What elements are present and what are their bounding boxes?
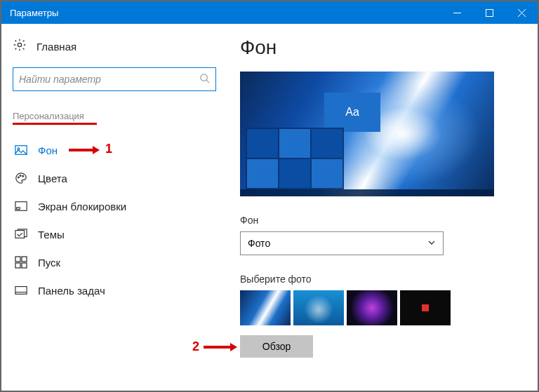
annotation-arrow-2	[204, 346, 232, 349]
svg-rect-15	[15, 257, 20, 262]
search-box[interactable]	[13, 67, 216, 91]
annotation-number-1: 1	[105, 142, 112, 156]
lockscreen-icon	[14, 200, 28, 212]
minimize-button[interactable]	[441, 1, 473, 24]
sidebar-item-label: Пуск	[38, 257, 60, 269]
category-label: Персонализация	[13, 111, 215, 121]
photo-thumb-1[interactable]	[240, 290, 291, 325]
page-title: Фон	[240, 36, 517, 59]
sidebar-item-label: Панель задач	[38, 285, 105, 297]
gear-icon	[13, 38, 27, 55]
sidebar: Главная Персонализация Фон 1	[1, 24, 226, 391]
photo-thumb-2[interactable]	[293, 290, 344, 325]
annotation-underline	[13, 123, 97, 125]
sidebar-item-start[interactable]: Пуск	[13, 248, 215, 276]
photo-thumb-4[interactable]	[400, 290, 451, 325]
sidebar-item-taskbar[interactable]: Панель задач	[13, 276, 215, 304]
svg-rect-13	[17, 208, 20, 210]
window-controls	[441, 1, 538, 24]
start-icon	[14, 256, 28, 269]
settings-window: Параметры Главная	[0, 0, 539, 392]
sidebar-item-label: Экран блокировки	[38, 201, 126, 212]
sidebar-item-background[interactable]: Фон 1	[13, 136, 215, 164]
sidebar-item-label: Темы	[38, 229, 65, 241]
annotation-arrow-1	[69, 149, 94, 151]
annotation-number-2: 2	[192, 339, 199, 354]
maximize-button[interactable]	[473, 1, 505, 24]
svg-rect-18	[22, 263, 27, 268]
home-nav[interactable]: Главная	[13, 38, 215, 55]
background-type-dropdown[interactable]: Фото	[240, 231, 444, 255]
dropdown-value: Фото	[248, 238, 270, 249]
desktop-preview: Aa	[240, 72, 494, 196]
taskbar-icon	[14, 284, 28, 297]
sidebar-item-colors[interactable]: Цвета	[13, 164, 215, 192]
titlebar: Параметры	[1, 1, 538, 24]
svg-point-11	[22, 175, 24, 177]
chevron-down-icon	[427, 237, 436, 250]
main-panel: Фон Aa Фон Фото Выберите фото	[226, 24, 538, 391]
svg-rect-1	[486, 9, 493, 16]
svg-line-6	[206, 80, 209, 83]
svg-rect-16	[22, 257, 27, 262]
search-icon	[199, 73, 210, 86]
preview-sample-window: Aa	[324, 93, 380, 132]
sidebar-item-lockscreen[interactable]: Экран блокировки	[13, 192, 215, 220]
svg-rect-17	[15, 263, 20, 268]
sidebar-item-label: Фон	[38, 144, 58, 156]
photo-thumb-3[interactable]	[347, 290, 397, 325]
browse-button[interactable]: Обзор	[240, 335, 313, 358]
close-button[interactable]	[505, 1, 538, 24]
svg-rect-19	[15, 287, 27, 295]
themes-icon	[14, 228, 28, 241]
svg-point-10	[20, 175, 21, 177]
choose-photo-label: Выберите фото	[240, 273, 517, 285]
svg-point-5	[201, 74, 207, 80]
photo-thumbnails	[240, 290, 517, 325]
home-label: Главная	[36, 41, 76, 53]
svg-rect-14	[15, 231, 25, 238]
svg-point-9	[18, 177, 20, 178]
content-area: Главная Персонализация Фон 1	[1, 24, 538, 391]
sidebar-item-label: Цвета	[38, 173, 67, 184]
svg-point-4	[18, 43, 21, 46]
search-input[interactable]	[19, 74, 199, 85]
window-title: Параметры	[1, 8, 441, 18]
picture-icon	[14, 144, 28, 156]
palette-icon	[14, 172, 28, 184]
background-section-label: Фон	[240, 215, 517, 226]
sidebar-item-themes[interactable]: Темы	[13, 220, 215, 248]
